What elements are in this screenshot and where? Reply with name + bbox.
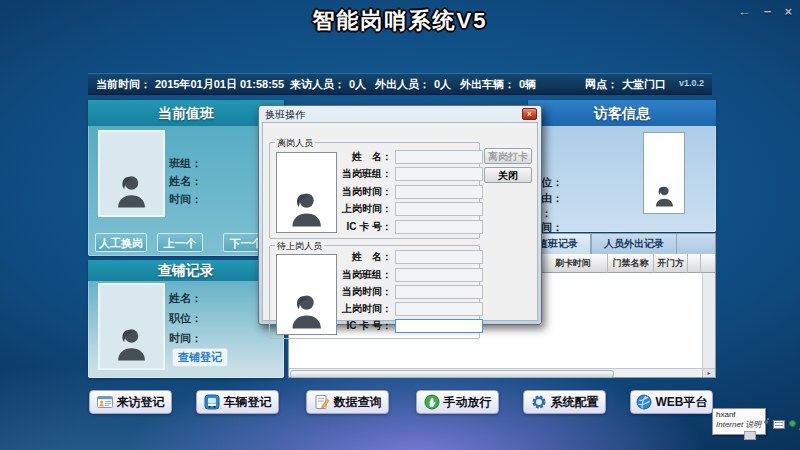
globe-icon xyxy=(636,394,652,410)
ime-status-icon[interactable] xyxy=(789,420,796,427)
avatar-icon xyxy=(112,172,151,211)
toolbar-button-label: 数据查询 xyxy=(334,394,382,411)
team-label: 当岗班组： xyxy=(340,167,392,181)
incoming-team-input[interactable] xyxy=(395,268,483,282)
leaving-duty-time-input[interactable] xyxy=(395,185,483,199)
status-site: 网点：大堂门口 xyxy=(585,77,666,92)
bed-check-photo xyxy=(98,283,165,370)
toolbar-button-label: WEB平台 xyxy=(656,394,708,411)
data-query-button[interactable]: 数据查询 xyxy=(306,390,389,414)
bed-check-title: 查铺记录 xyxy=(88,260,284,281)
clock-out-button[interactable]: 离岗打卡 xyxy=(484,148,532,164)
close-icon[interactable]: × xyxy=(784,4,792,19)
ime-mode: Internet 说明 xyxy=(716,420,762,430)
incoming-group-label: 待上岗人员 xyxy=(275,240,324,253)
duty-time-label: 时间： xyxy=(169,192,202,207)
bed-check-register-button[interactable]: 查铺登记 xyxy=(172,348,228,367)
tab-personnel-out-records[interactable]: 人员外出记录 xyxy=(591,234,677,254)
status-current-time: 当前时间：2015年01月01日 01:58:55 xyxy=(96,77,284,92)
leaving-ic-card-input[interactable] xyxy=(395,220,483,234)
previous-button[interactable]: 上一个 xyxy=(157,233,203,252)
column-open-direction: 开门方向 xyxy=(654,254,688,273)
web-platform-button[interactable]: WEB平台 xyxy=(630,390,713,414)
visitor-panel: 访客信息 ： ： 单位： 事由： 人： 时间： xyxy=(528,100,716,232)
ic-card-label: IC 卡 号： xyxy=(340,319,392,333)
bed-position-label: 职位： xyxy=(169,311,202,326)
duty-buttons: 人工换岗 上一个 下一个 xyxy=(88,233,284,252)
back-arrow-icon[interactable]: ← xyxy=(738,4,751,19)
visitor-card-icon xyxy=(97,394,113,410)
taskbar-fragment xyxy=(744,431,756,440)
ime-bar[interactable]: hxanf Internet 说明 xyxy=(712,408,766,435)
on-duty-time-label: 当岗时间： xyxy=(340,185,392,199)
hand-release-icon xyxy=(424,394,440,410)
ime-name: hxanf xyxy=(716,410,762,420)
incoming-personnel-group: 待上岗人员 姓 名： 当岗班组： 当岗时间： 上岗时间： IC 卡 号： xyxy=(269,245,480,339)
incoming-name-input[interactable] xyxy=(395,250,483,264)
team-label: 当岗班组： xyxy=(340,268,392,282)
vehicle-register-button[interactable]: 车辆登记 xyxy=(196,390,279,414)
duty-name-label: 姓名： xyxy=(169,174,202,189)
column-door-name: 门禁名称 xyxy=(608,254,654,273)
horizontal-scrollbar[interactable]: ▸ xyxy=(289,368,715,377)
name-label: 姓 名： xyxy=(340,150,392,164)
toolbar-button-label: 手动放行 xyxy=(444,394,492,411)
bed-name-label: 姓名： xyxy=(169,291,202,306)
vehicle-icon xyxy=(204,394,220,410)
app-window: 智能岗哨系统V5 ← − × 当前时间：2015年01月01日 01:58:55… xyxy=(0,0,800,450)
version-label: v1.0.2 xyxy=(679,78,704,88)
avatar-icon xyxy=(652,184,677,209)
status-out-person-count: 外出人员：0人 xyxy=(375,77,451,92)
leaving-start-time-input[interactable] xyxy=(395,202,483,216)
dialog-content: 离岗人员 姓 名： 当岗班组： 当岗时间： 上岗时间： IC 卡 号： 待上岗人… xyxy=(262,122,538,321)
column-empty-2 xyxy=(688,254,701,273)
dialog-close-action-button[interactable]: 关闭 xyxy=(484,167,532,183)
ime-sparkle-icon[interactable] xyxy=(764,420,768,424)
leaving-photo xyxy=(276,152,337,233)
incoming-ic-card-input[interactable] xyxy=(395,319,483,333)
incoming-start-time-input[interactable] xyxy=(395,302,483,316)
manual-shift-button[interactable]: 人工换岗 xyxy=(95,233,147,252)
minimize-icon[interactable]: − xyxy=(764,4,772,19)
status-visitor-count: 来访人员：0人 xyxy=(290,77,366,92)
gear-icon xyxy=(531,394,547,410)
incoming-photo xyxy=(276,254,337,335)
on-duty-time-label: 当岗时间： xyxy=(340,285,392,299)
leaving-team-input[interactable] xyxy=(395,167,483,181)
scroll-right-arrow-icon[interactable]: ▸ xyxy=(702,369,715,377)
bed-time-label: 时间： xyxy=(169,331,202,346)
toolbar-button-label: 系统配置 xyxy=(551,394,599,411)
dialog-title: 换班操作 xyxy=(265,108,305,122)
bed-check-panel: 查铺记录 姓名： 职位： 时间： 查铺登记 xyxy=(88,260,284,378)
data-query-icon xyxy=(314,394,330,410)
incoming-duty-time-input[interactable] xyxy=(395,285,483,299)
duty-team-label: 班组： xyxy=(169,156,202,171)
avatar-icon xyxy=(286,189,327,230)
leaving-group-label: 离岗人员 xyxy=(275,137,315,150)
keyboard-icon[interactable] xyxy=(773,420,785,429)
start-time-label: 上岗时间： xyxy=(340,202,392,216)
shift-change-dialog: 换班操作 × 离岗人员 姓 名： 当岗班组： 当岗时间： 上岗时间： IC 卡 … xyxy=(258,105,542,325)
start-time-label: 上岗时间： xyxy=(340,302,392,316)
visitor-photo xyxy=(643,132,685,214)
leaving-personnel-group: 离岗人员 姓 名： 当岗班组： 当岗时间： 上岗时间： IC 卡 号： xyxy=(269,142,480,239)
status-out-vehicle-count: 外出车辆：0辆 xyxy=(460,77,536,92)
vertical-scrollbar[interactable] xyxy=(702,273,715,368)
system-config-button[interactable]: 系统配置 xyxy=(523,390,606,414)
toolbar-button-label: 来访登记 xyxy=(117,394,165,411)
scrollbar-thumb[interactable] xyxy=(290,370,614,378)
name-label: 姓 名： xyxy=(340,250,392,264)
avatar-icon xyxy=(112,325,151,364)
duty-photo xyxy=(98,130,165,217)
page-title: 智能岗哨系统V5 xyxy=(0,6,800,36)
dialog-close-button[interactable]: × xyxy=(522,108,537,120)
column-swipe-time: 刷卡时间 xyxy=(539,254,608,273)
visitor-title: 访客信息 xyxy=(528,100,716,126)
avatar-icon xyxy=(286,291,327,332)
ic-card-label: IC 卡 号： xyxy=(340,220,392,234)
current-duty-panel: 当前值班 班组： 姓名： 时间： 人工换岗 上一个 下一个 xyxy=(88,100,284,256)
visitor-register-button[interactable]: 来访登记 xyxy=(89,390,172,414)
status-bar: 当前时间：2015年01月01日 01:58:55 来访人员：0人 外出人员：0… xyxy=(88,73,712,95)
manual-release-button[interactable]: 手动放行 xyxy=(416,390,499,414)
leaving-name-input[interactable] xyxy=(395,150,483,164)
